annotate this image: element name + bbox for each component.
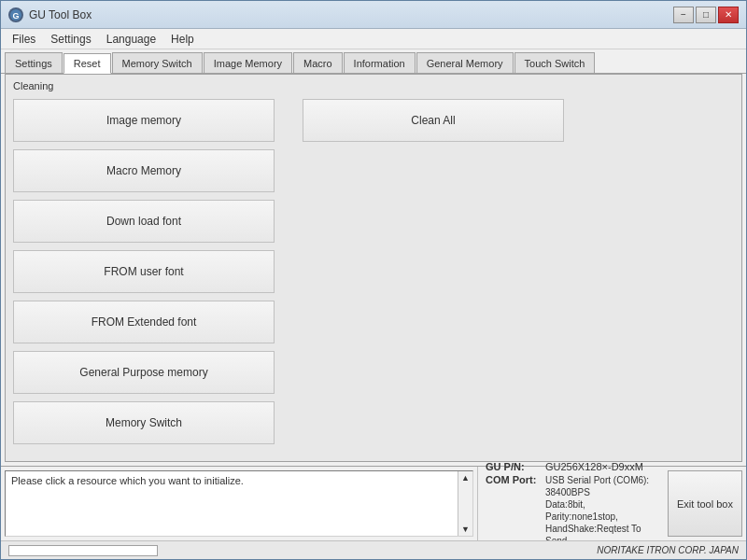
status-bar: Please click a resource which you want t… bbox=[1, 466, 746, 540]
com-port-value: USB Serial Port (COM6): 38400BPSData:8bi… bbox=[545, 474, 656, 547]
menu-help[interactable]: Help bbox=[163, 31, 202, 48]
menu-bar: Files Settings Language Help bbox=[1, 29, 746, 49]
window-controls: − □ ✕ bbox=[673, 7, 739, 23]
general-purpose-memory-button[interactable]: General Purpose memory bbox=[13, 351, 275, 394]
cleaning-section: Cleaning Image memory Macro Memory Down … bbox=[6, 75, 741, 462]
menu-language[interactable]: Language bbox=[99, 31, 163, 48]
maximize-button[interactable]: □ bbox=[696, 7, 716, 23]
footer: NORITAKE ITRON CORP. JAPAN bbox=[1, 540, 746, 559]
gu-pn-label: GU P/N: bbox=[486, 461, 542, 472]
progress-bar bbox=[8, 545, 158, 556]
status-message-text: Please click a resource which you want t… bbox=[11, 475, 244, 486]
cleaning-label: Cleaning bbox=[13, 80, 734, 91]
tab-general-memory[interactable]: General Memory bbox=[416, 52, 514, 73]
window-title: GU Tool Box bbox=[29, 8, 92, 21]
from-extended-font-button[interactable]: FROM Extended font bbox=[13, 301, 275, 343]
title-bar: G GU Tool Box − □ ✕ bbox=[1, 1, 746, 29]
tab-macro[interactable]: Macro bbox=[293, 52, 343, 73]
tab-touch-switch[interactable]: Touch Switch bbox=[514, 52, 596, 73]
memory-switch-button[interactable]: Memory Switch bbox=[13, 401, 275, 444]
image-memory-button[interactable]: Image memory bbox=[13, 99, 275, 142]
gu-pn-row: GU P/N: GU256X128×-D9xxM bbox=[486, 461, 656, 472]
minimize-button[interactable]: − bbox=[673, 7, 694, 23]
svg-text:G: G bbox=[12, 11, 19, 21]
main-window: G GU Tool Box − □ ✕ Files Settings Langu… bbox=[0, 0, 747, 560]
tab-information[interactable]: Information bbox=[344, 52, 416, 73]
tab-reset[interactable]: Reset bbox=[63, 53, 111, 74]
scroll-up-icon[interactable]: ▲ bbox=[461, 473, 470, 483]
title-bar-left: G GU Tool Box bbox=[8, 7, 92, 22]
gu-info-panel: GU P/N: GU256X128×-D9xxM COM Port: USB S… bbox=[477, 467, 664, 540]
gu-pn-value: GU256X128×-D9xxM bbox=[545, 461, 643, 472]
tab-bar: Settings Reset Memory Switch Image Memor… bbox=[1, 49, 746, 74]
macro-memory-button[interactable]: Macro Memory bbox=[13, 149, 275, 192]
right-buttons: Clean All bbox=[303, 99, 734, 454]
tab-settings[interactable]: Settings bbox=[5, 52, 63, 73]
tab-content-reset: Cleaning Image memory Macro Memory Down … bbox=[5, 74, 742, 462]
company-name: NORITAKE ITRON CORP. JAPAN bbox=[597, 545, 739, 555]
menu-files[interactable]: Files bbox=[5, 31, 43, 48]
buttons-container: Image memory Macro Memory Down load font… bbox=[13, 99, 734, 454]
clean-all-button[interactable]: Clean All bbox=[303, 99, 564, 142]
menu-settings[interactable]: Settings bbox=[43, 31, 98, 48]
com-port-label: COM Port: bbox=[486, 474, 542, 547]
tab-memory-switch[interactable]: Memory Switch bbox=[112, 52, 203, 73]
app-icon: G bbox=[8, 7, 23, 22]
exit-toolbox-button[interactable]: Exit tool box bbox=[668, 470, 742, 537]
status-scrollbar[interactable]: ▲ ▼ bbox=[458, 471, 472, 536]
download-font-button[interactable]: Down load font bbox=[13, 200, 275, 243]
tab-image-memory[interactable]: Image Memory bbox=[204, 52, 292, 73]
close-button[interactable]: ✕ bbox=[718, 7, 739, 23]
from-user-font-button[interactable]: FROM user font bbox=[13, 250, 275, 293]
left-buttons: Image memory Macro Memory Down load font… bbox=[13, 99, 284, 454]
status-message-area: Please click a resource which you want t… bbox=[5, 470, 473, 537]
com-port-row: COM Port: USB Serial Port (COM6): 38400B… bbox=[486, 474, 656, 547]
scroll-down-icon[interactable]: ▼ bbox=[461, 525, 470, 534]
